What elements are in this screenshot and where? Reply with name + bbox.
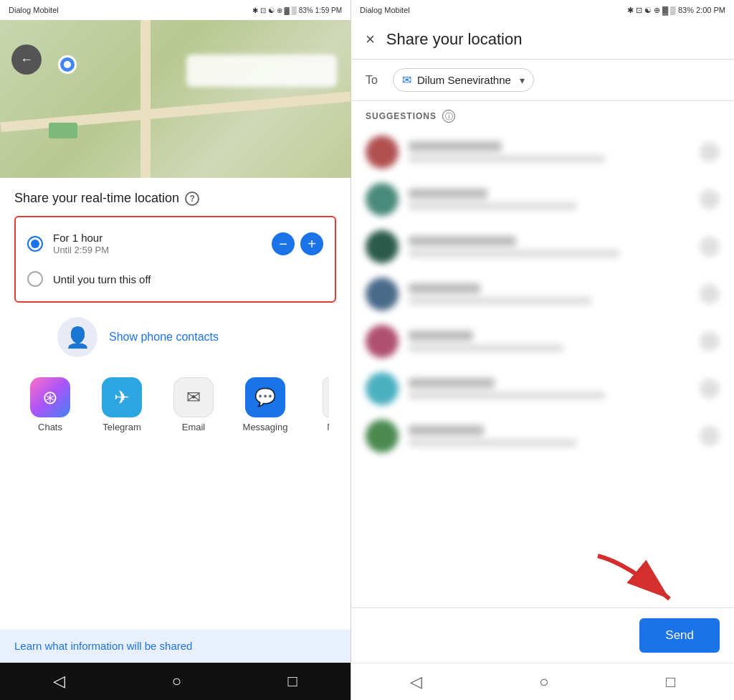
map-green-block <box>49 123 77 138</box>
contact-info-4 <box>409 283 690 305</box>
close-button[interactable]: × <box>366 30 375 49</box>
help-icon[interactable]: ? <box>185 191 199 206</box>
nav-recents-right[interactable]: □ <box>666 673 675 691</box>
contact-name-3 <box>409 236 516 246</box>
nav-bar-right: ◁ ○ □ <box>351 663 734 700</box>
battery-left: 83% <box>299 6 313 14</box>
map-section: ← <box>0 20 351 178</box>
more-icon <box>323 377 329 417</box>
learn-link[interactable]: Learn what information will be shared <box>14 640 192 652</box>
map-pin <box>57 55 77 75</box>
telegram-icon: ✈ <box>102 377 142 417</box>
app-chats-label: Chats <box>38 422 62 432</box>
bottom-section-right: Send <box>351 607 734 663</box>
status-icons-right: ✱ ⊡ ☯ ⊕ ▓ ▒ 83% 2:00 PM <box>627 6 725 15</box>
option-label-for-1-hour: For 1 hour <box>53 232 262 244</box>
contact-avatar-3 <box>366 230 399 263</box>
nav-home-left[interactable]: ○ <box>172 672 181 691</box>
app-telegram[interactable]: ✈ Telegram <box>93 377 151 432</box>
contact-action-7 <box>700 426 720 446</box>
contact-avatar-6 <box>366 372 399 405</box>
contact-row-6[interactable] <box>351 365 734 412</box>
recipient-pill[interactable]: ✉ Dilum Senevirathne ▾ <box>393 68 534 92</box>
contact-avatar-7 <box>366 420 399 453</box>
show-contacts-row[interactable]: 👤 Show phone contacts <box>57 317 336 357</box>
suggestions-label: SUGGESTIONS <box>366 111 437 121</box>
header-right: × Share your location <box>351 20 734 60</box>
contact-name-4 <box>409 283 480 293</box>
contact-action-1 <box>700 142 720 162</box>
nav-back-right[interactable]: ◁ <box>410 673 422 691</box>
carrier-right: Dialog Mobitel <box>360 6 410 14</box>
decrease-time-button[interactable]: − <box>272 232 295 255</box>
contact-row-2[interactable] <box>351 176 734 223</box>
suggestions-header: SUGGESTIONS ⓘ <box>351 101 734 128</box>
nav-bar-left: ◁ ○ □ <box>0 663 351 700</box>
app-email-label: Email <box>182 422 206 432</box>
contact-row-4[interactable] <box>351 270 734 318</box>
contact-info-3 <box>409 236 690 257</box>
learn-bar[interactable]: Learn what information will be shared <box>0 630 351 663</box>
to-row: To ✉ Dilum Senevirathne ▾ <box>351 60 734 101</box>
app-chats[interactable]: ⊛ Chats <box>22 377 79 432</box>
contact-action-3 <box>700 237 720 257</box>
share-title: Share your real-time location ? <box>14 191 336 206</box>
contact-row-1[interactable] <box>351 128 734 176</box>
nav-recents-left[interactable]: □ <box>287 672 297 691</box>
contact-row-3[interactable] <box>351 223 734 270</box>
header-title: Share your location <box>386 30 523 49</box>
radio-until-off[interactable] <box>27 271 43 287</box>
nav-back-left[interactable]: ◁ <box>53 672 65 691</box>
option-label-until-off: Until you turn this off <box>53 273 323 285</box>
battery-right: 83% <box>678 6 694 14</box>
right-panel: Dialog Mobitel ✱ ⊡ ☯ ⊕ ▓ ▒ 83% 2:00 PM ×… <box>351 0 734 700</box>
send-button[interactable]: Send <box>639 618 720 653</box>
share-apps-section: ⊛ Chats ✈ Telegram ✉ Email 💬 Mes <box>22 377 329 432</box>
contact-row-5[interactable] <box>351 318 734 365</box>
show-contacts-icon: 👤 <box>57 317 97 357</box>
recipient-email-icon: ✉ <box>402 73 411 87</box>
time-left: 1:59 PM <box>315 6 342 14</box>
status-bar-right: Dialog Mobitel ✱ ⊡ ☯ ⊕ ▓ ▒ 83% 2:00 PM <box>351 0 734 20</box>
option-text-for-1-hour: For 1 hour Until 2:59 PM <box>53 232 262 255</box>
contact-action-5 <box>700 331 720 351</box>
contact-name-7 <box>409 425 484 435</box>
contact-avatar-2 <box>366 183 399 216</box>
to-label: To <box>366 74 383 87</box>
app-messaging-label: Messaging <box>243 422 288 432</box>
app-telegram-label: Telegram <box>103 422 140 432</box>
map-pin-inner <box>64 61 71 68</box>
option-sub-for-1-hour: Until 2:59 PM <box>53 245 262 255</box>
contact-avatar-4 <box>366 278 399 311</box>
dropdown-arrow-icon[interactable]: ▾ <box>520 75 525 86</box>
contact-name-5 <box>409 331 473 341</box>
map-road-vertical <box>140 20 151 178</box>
option-until-off[interactable]: Until you turn this off <box>27 267 323 291</box>
contact-row-7[interactable] <box>351 412 734 460</box>
contact-action-2 <box>700 189 720 209</box>
contact-action-4 <box>700 284 720 304</box>
status-icons-left: ✱ ⊡ ☯ ⊕ ▓ ▒ 83% 1:59 PM <box>252 6 342 14</box>
contact-sub-6 <box>409 392 605 399</box>
app-messaging[interactable]: 💬 Messaging <box>237 377 294 432</box>
nav-home-right[interactable]: ○ <box>539 673 548 691</box>
content-area: Share your real-time location ? For 1 ho… <box>0 178 351 700</box>
option-for-1-hour[interactable]: For 1 hour Until 2:59 PM − + <box>27 227 323 260</box>
increase-time-button[interactable]: + <box>300 232 323 255</box>
back-button[interactable]: ← <box>11 44 42 75</box>
map-background <box>0 20 351 178</box>
app-email[interactable]: ✉ Email <box>165 377 222 432</box>
left-panel: Dialog Mobitel ✱ ⊡ ☯ ⊕ ▓ ▒ 83% 1:59 PM ←… <box>0 0 351 700</box>
time-right: 2:00 PM <box>696 6 725 14</box>
radio-for-1-hour[interactable] <box>27 236 43 252</box>
options-box: For 1 hour Until 2:59 PM − + Until you t… <box>14 216 336 303</box>
app-more[interactable]: No... <box>308 377 329 432</box>
suggestions-info-icon[interactable]: ⓘ <box>442 110 455 123</box>
messaging-icon: 💬 <box>245 377 285 417</box>
stepper-buttons: − + <box>272 232 323 255</box>
map-pin-circle <box>58 55 77 74</box>
contact-name-6 <box>409 378 495 388</box>
radio-inner-selected <box>31 240 39 248</box>
app-more-label: No... <box>327 422 329 432</box>
back-arrow-icon: ← <box>20 52 33 67</box>
